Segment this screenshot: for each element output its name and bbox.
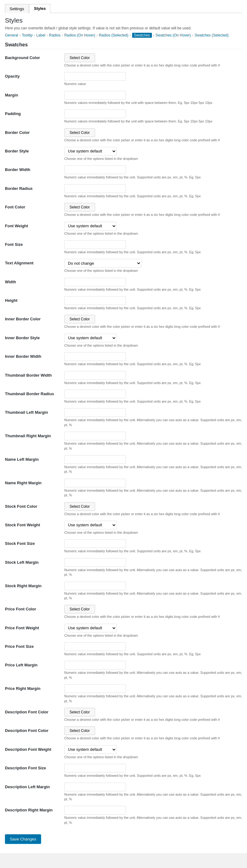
input-description-right-margin[interactable]	[64, 806, 126, 814]
select-description-font-weight[interactable]: Use system default	[64, 745, 117, 754]
field-label-price-right-margin: Price Right Margin	[5, 684, 61, 691]
field-row-font-weight: Font WeightUse system defaultChoose one …	[5, 222, 242, 236]
field-content-stock-font-color: Select ColorChoose a desired color with …	[64, 502, 242, 517]
input-padding[interactable]	[64, 110, 126, 118]
color-button-price-font-color[interactable]: Select Color	[64, 605, 95, 614]
color-button-description-font-color-1[interactable]: Select Color	[64, 708, 95, 716]
field-desc-price-font-color: Choose a desired color with the color pi…	[64, 614, 242, 619]
field-desc-name-left-margin: Numeric value immediately followed by th…	[64, 465, 242, 474]
field-desc-description-font-color-2: Choose a desired color with the color pi…	[64, 736, 242, 741]
field-content-stock-font-weight: Use system defaultChoose one of the opti…	[64, 521, 242, 535]
field-row-background-color: Background ColorSelect ColorChoose a des…	[5, 54, 242, 68]
field-content-description-font-weight: Use system defaultChoose one of the opti…	[64, 745, 242, 760]
breadcrumb-swatches-selected[interactable]: Swatches (Selected)	[195, 33, 228, 37]
input-height[interactable]	[64, 296, 126, 305]
field-row-price-left-margin: Price Left MarginNumeric value immediate…	[5, 661, 242, 680]
field-desc-border-color: Choose a desired color with the color pi…	[64, 138, 242, 143]
section-title: Swatches	[5, 42, 242, 49]
field-label-description-left-margin: Description Left Margin	[5, 783, 61, 789]
field-row-description-font-color-2: Description Font ColorSelect ColorChoose…	[5, 726, 242, 741]
input-price-right-margin[interactable]	[64, 684, 126, 693]
field-label-border-style: Border Style	[5, 147, 61, 153]
field-content-font-weight: Use system defaultChoose one of the opti…	[64, 222, 242, 236]
field-row-price-font-color: Price Font ColorSelect ColorChoose a des…	[5, 605, 242, 619]
tab-styles[interactable]: Styles	[29, 4, 50, 13]
field-content-background-color: Select ColorChoose a desired color with …	[64, 54, 242, 68]
input-thumbnail-border-width[interactable]	[64, 371, 126, 380]
field-row-name-right-margin: Name Right MarginNumeric value immediate…	[5, 479, 242, 498]
field-desc-height: Numeric value immediately followed by th…	[64, 306, 242, 310]
sep-8: ›	[192, 33, 193, 37]
breadcrumb-swatches-hover[interactable]: Swatches (On Hover)	[155, 33, 191, 37]
field-row-description-font-color-1: Description Font ColorSelect ColorChoose…	[5, 708, 242, 722]
field-desc-thumbnail-left-margin: Numeric value immediately followed by th…	[64, 418, 242, 427]
input-price-font-size[interactable]	[64, 642, 126, 651]
field-desc-inner-border-style: Choose one of the options listed in the …	[64, 343, 242, 348]
color-button-stock-font-color[interactable]: Select Color	[64, 502, 95, 511]
breadcrumb-radios-hover[interactable]: Radios (On Hover)	[64, 33, 95, 37]
input-stock-right-margin[interactable]	[64, 582, 126, 590]
tab-settings[interactable]: Settings	[5, 4, 29, 13]
input-opacity[interactable]	[64, 72, 126, 81]
field-label-name-left-margin: Name Left Margin	[5, 455, 61, 462]
field-content-thumbnail-border-radius: Numeric value immediately followed by th…	[64, 390, 242, 404]
input-thumbnail-right-margin[interactable]	[64, 432, 126, 440]
field-content-inner-border-color: Select ColorChoose a desired color with …	[64, 315, 242, 329]
save-button[interactable]: Save Changes	[5, 834, 41, 844]
field-content-stock-left-margin: Numeric value immediately followed by th…	[64, 558, 242, 577]
select-price-font-weight[interactable]: Use system default	[64, 624, 117, 632]
breadcrumb-radios[interactable]: Radios	[49, 33, 61, 37]
input-stock-left-margin[interactable]	[64, 558, 126, 567]
input-description-font-size[interactable]	[64, 764, 126, 772]
select-wide-text-alignment[interactable]: Do not change	[64, 259, 141, 268]
field-row-price-font-weight: Price Font WeightUse system defaultChoos…	[5, 624, 242, 638]
page-title: Styles	[5, 17, 242, 24]
input-name-right-margin[interactable]	[64, 479, 126, 487]
field-row-inner-border-width: Inner Border WidthNumeric value immediat…	[5, 352, 242, 366]
input-thumbnail-border-radius[interactable]	[64, 390, 126, 398]
field-desc-description-left-margin: Numeric value immediately followed by th…	[64, 792, 242, 802]
input-name-left-margin[interactable]	[64, 455, 126, 464]
field-label-border-width: Border Width	[5, 165, 61, 172]
color-button-inner-border-color[interactable]: Select Color	[64, 315, 95, 323]
breadcrumb-swatches-current: Swatches	[132, 33, 152, 38]
field-row-description-left-margin: Description Left MarginNumeric value imm…	[5, 783, 242, 802]
field-desc-thumbnail-right-margin: Numeric value immediately followed by th…	[64, 441, 242, 451]
breadcrumb-general[interactable]: General	[5, 33, 18, 37]
field-row-stock-font-weight: Stock Font WeightUse system defaultChoos…	[5, 521, 242, 535]
input-border-radius[interactable]	[64, 184, 126, 193]
field-label-price-left-margin: Price Left Margin	[5, 661, 61, 667]
field-label-padding: Padding	[5, 110, 61, 116]
field-row-font-size: Font SizeNumeric value immediately follo…	[5, 240, 242, 254]
input-font-size[interactable]	[64, 240, 126, 249]
field-desc-padding: Numeric values immediately followed by t…	[64, 119, 242, 124]
sep-3: ›	[47, 33, 48, 37]
color-button-background-color[interactable]: Select Color	[64, 54, 95, 62]
field-row-border-style: Border StyleUse system defaultChoose one…	[5, 147, 242, 161]
breadcrumb-tooltip[interactable]: Tooltip	[22, 33, 33, 37]
field-desc-price-font-size: Numeric value immediately followed by th…	[64, 652, 242, 656]
breadcrumb-label[interactable]: Label	[36, 33, 45, 37]
field-content-price-left-margin: Numeric value immediately followed by th…	[64, 661, 242, 680]
select-border-style[interactable]: Use system default	[64, 147, 117, 156]
input-border-width[interactable]	[64, 165, 126, 174]
color-button-description-font-color-2[interactable]: Select Color	[64, 726, 95, 735]
select-inner-border-style[interactable]: Use system default	[64, 334, 117, 342]
field-content-border-style: Use system defaultChoose one of the opti…	[64, 147, 242, 161]
breadcrumb-radios-selected[interactable]: Radios (Selected)	[99, 33, 128, 37]
field-desc-description-font-size: Numeric value immediately followed by th…	[64, 773, 242, 778]
select-font-weight[interactable]: Use system default	[64, 222, 117, 230]
input-inner-border-width[interactable]	[64, 352, 126, 361]
input-margin[interactable]	[64, 91, 126, 100]
select-stock-font-weight[interactable]: Use system default	[64, 521, 117, 529]
field-row-border-radius: Border RadiusNumeric value immediately f…	[5, 184, 242, 198]
input-thumbnail-left-margin[interactable]	[64, 408, 126, 417]
field-row-description-font-weight: Description Font WeightUse system defaul…	[5, 745, 242, 760]
input-stock-font-size[interactable]	[64, 539, 126, 548]
input-price-left-margin[interactable]	[64, 661, 126, 670]
color-button-border-color[interactable]: Select Color	[64, 128, 95, 137]
color-button-font-color[interactable]: Select Color	[64, 203, 95, 212]
input-width[interactable]	[64, 278, 126, 286]
input-description-left-margin[interactable]	[64, 783, 126, 791]
field-label-inner-border-width: Inner Border Width	[5, 352, 61, 359]
